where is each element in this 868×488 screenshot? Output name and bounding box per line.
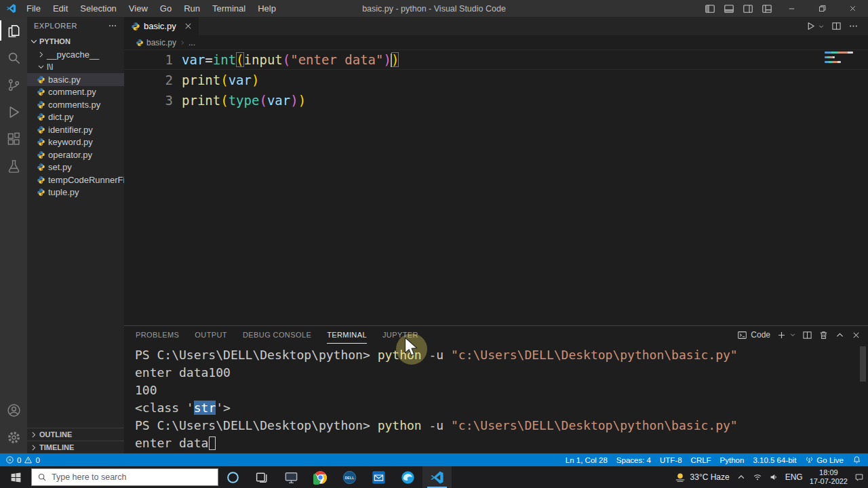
menu-run[interactable]: Run [178,0,206,17]
activity-extensions[interactable] [0,125,27,152]
panel-tab-problems[interactable]: PROBLEMS [136,326,179,344]
customize-layout-button[interactable] [757,0,776,17]
taskbar-app-mail[interactable] [364,466,393,488]
terminal-line: <class 'str'> [135,399,868,417]
breadcrumb-symbol[interactable]: ... [189,38,195,47]
svg-text:DELL: DELL [344,475,355,479]
folder-section-python[interactable]: PYTHON [27,35,124,48]
activity-settings-gear[interactable] [0,424,27,451]
taskbar-search-input[interactable] [52,472,197,482]
code-editor[interactable]: 1var=int(input("enter data"))2print(var)… [124,49,868,325]
file-tree-item-l-l[interactable]: l\l [27,61,124,74]
code-token: var [182,52,205,67]
status-cursor-position[interactable]: Ln 1, Col 28 [566,456,608,464]
editor-tab-bar: basic.py [124,17,868,35]
tray-expand-icon[interactable] [736,472,746,482]
tab-label: basic.py [144,21,176,31]
activity-search[interactable] [0,44,27,71]
file-tree-item-comment-py[interactable]: comment.py [27,86,124,99]
file-tree-item-basic-py[interactable]: basic.py [27,73,124,86]
minimize-button[interactable] [776,0,807,17]
run-options-chevron-icon[interactable] [818,23,825,30]
status-language-mode[interactable]: Python [720,456,745,464]
action-center-icon[interactable] [854,472,864,482]
run-python-file-button[interactable] [806,21,816,31]
terminal-output[interactable]: PS C:\Users\DELL\Desktop\python> python … [124,344,868,453]
activity-account[interactable] [0,396,27,424]
close-panel-button[interactable] [851,330,861,340]
code-token: print [182,93,220,108]
toggle-secondary-sidebar-button[interactable] [738,0,757,17]
status-python-interpreter[interactable]: 3.10.5 64-bit [753,456,796,464]
taskbar-clock[interactable]: 18:09 17-07-2022 [810,468,848,486]
close-window-button[interactable] [837,0,868,17]
status-go-live[interactable]: Go Live [805,455,844,464]
new-terminal-button[interactable] [776,330,787,340]
taskbar-app-edge[interactable] [393,466,422,488]
editor-more-actions-button[interactable] [848,21,859,31]
status-indentation[interactable]: Spaces: 4 [616,456,651,464]
close-tab-icon[interactable] [183,21,193,31]
menu-view[interactable]: View [123,0,154,17]
taskbar-app-vscode[interactable] [422,466,452,488]
menu-help[interactable]: Help [252,0,282,17]
taskbar-app-monitor-app[interactable] [277,466,306,488]
breadcrumb: basic.py ... [124,35,868,49]
terminal-scrollbar[interactable] [860,346,866,382]
file-tree-item-identifier-py[interactable]: identifier.py [27,123,124,136]
input-language-indicator[interactable]: ENG [785,472,803,482]
panel-tab-output[interactable]: OUTPUT [195,326,227,344]
taskbar-weather[interactable]: 33°C Haze [674,471,730,483]
menu-file[interactable]: File [20,0,47,17]
file-tree-item-tuple-py[interactable]: tuple.py [27,186,124,199]
split-editor-button[interactable] [831,21,842,31]
taskbar-app-chrome[interactable] [306,466,335,488]
explorer-more-actions-icon[interactable] [108,21,117,30]
menu-selection[interactable]: Selection [74,0,122,17]
toggle-panel-button[interactable] [719,0,738,17]
file-tree-item-set-py[interactable]: set.py [27,161,124,174]
terminal-profile-dropdown-icon[interactable] [789,331,796,338]
status-encoding[interactable]: UTF-8 [660,456,682,464]
code-line-2: 2print(var) [124,70,868,90]
minimap[interactable] [825,52,857,66]
file-tree-item-dict-py[interactable]: dict.py [27,111,124,124]
activity-testing[interactable] [0,152,27,180]
toggle-sidebar-button[interactable] [701,0,719,17]
chevron-down-icon [37,62,45,71]
panel-tab-terminal[interactable]: TERMINAL [327,326,367,344]
panel-tab-jupyter[interactable]: JUPYTER [382,326,418,344]
network-icon[interactable] [753,472,762,482]
tab-basic-py[interactable]: basic.py [124,17,199,35]
taskbar-app-cortana[interactable] [218,466,248,488]
menu-edit[interactable]: Edit [47,0,74,17]
sidebar-section-outline[interactable]: OUTLINE [27,428,124,441]
activity-source-control[interactable] [0,71,27,98]
panel-tab-debug-console[interactable]: DEBUG CONSOLE [243,326,311,344]
status-problems[interactable]: 0 0 [5,455,40,464]
file-tree-item-pycache[interactable]: __pycache__ [27,48,124,61]
menu-terminal[interactable]: Terminal [206,0,252,17]
notifications-bell-icon[interactable] [852,455,861,464]
sidebar-section-timeline[interactable]: TIMELINE [27,441,124,453]
maximize-panel-button[interactable] [835,330,845,340]
activity-run-debug[interactable] [0,98,27,125]
file-tree-item-operator-py[interactable]: operator.py [27,148,124,161]
volume-icon[interactable] [769,472,778,482]
file-tree-item-tempcoderunnerfile[interactable]: tempCodeRunnerFile.... [27,174,124,186]
start-button[interactable] [0,466,31,488]
status-eol[interactable]: CRLF [691,456,711,464]
terminal-line: 100 [135,382,868,399]
taskbar-app-task-view[interactable] [248,466,277,488]
split-terminal-button[interactable] [802,330,812,340]
file-tree-item-keyword-py[interactable]: keyword.py [27,136,124,149]
taskbar-app-dell[interactable]: DELL [335,466,364,488]
activity-files[interactable] [0,17,27,44]
file-tree-item-comments-py[interactable]: comments.py [27,98,124,111]
restore-button[interactable] [807,0,837,17]
terminal-profile-label[interactable]: Code [751,330,770,340]
taskbar-search[interactable] [31,468,218,486]
kill-terminal-button[interactable] [818,330,829,340]
menu-go[interactable]: Go [154,0,178,17]
breadcrumb-file[interactable]: basic.py [146,38,176,47]
